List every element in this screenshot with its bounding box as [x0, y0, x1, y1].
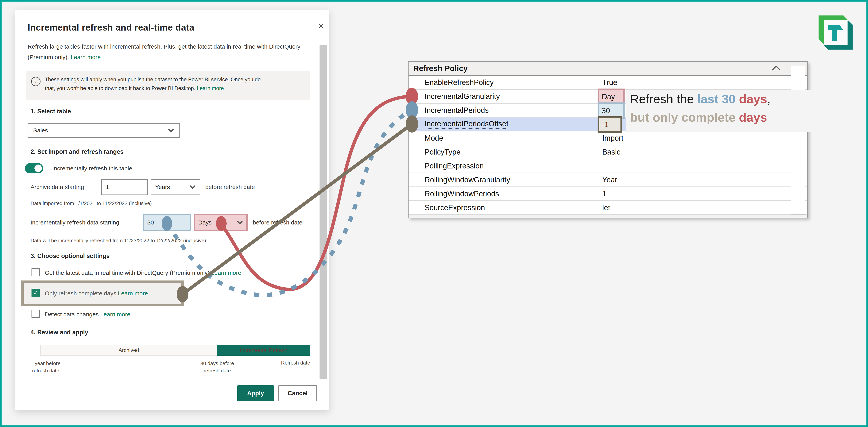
- table-row[interactable]: PollingExpression: [409, 159, 807, 173]
- table-row[interactable]: ModeImport: [409, 132, 807, 145]
- screenshot-canvas: Incremental refresh and real-time data ✕…: [0, 0, 868, 427]
- table-select-dropdown[interactable]: Sales: [28, 123, 180, 138]
- chevron-down-icon: [237, 221, 243, 224]
- chevron-down-icon: [168, 129, 174, 132]
- description-text: Refresh large tables faster with increme…: [28, 43, 300, 60]
- refresh-note: Data will be incrementally refreshed fro…: [31, 237, 206, 244]
- directquery-learn-more-link[interactable]: Learn more: [211, 269, 241, 276]
- publish-info-banner: i These settings will apply when you pub…: [26, 71, 310, 100]
- table-row[interactable]: RollingWindowGranularityYear: [409, 173, 807, 187]
- complete-days-checkbox[interactable]: ✓: [31, 289, 40, 297]
- import-note: Data imported from 1/1/2021 to 11/22/202…: [31, 200, 152, 206]
- incrementally-refresh-toggle[interactable]: [25, 163, 43, 173]
- refresh-policy-property-grid: Refresh Policy EnableRefreshPolicyTrue I…: [408, 61, 808, 218]
- callout-annotation: Refresh the last 30 days, but only compl…: [626, 90, 813, 133]
- apply-button[interactable]: Apply: [237, 385, 274, 401]
- archive-suffix: before refresh date: [205, 184, 255, 190]
- table-row[interactable]: PolicyTypeBasic: [409, 145, 807, 159]
- chevron-down-icon: [190, 185, 195, 189]
- detect-changes-learn-more-link[interactable]: Learn more: [100, 311, 130, 317]
- incremental-unit-dropdown[interactable]: Days: [194, 214, 248, 231]
- review-bar-incremental: Incremental Refresh: [217, 345, 310, 356]
- table-row[interactable]: EnableRefreshPolicyTrue: [409, 76, 807, 90]
- review-bar-archived: Archived: [40, 345, 217, 356]
- description-learn-more-link[interactable]: Learn more: [71, 54, 100, 60]
- archive-unit-dropdown[interactable]: Years: [151, 179, 200, 195]
- offset-value-highlight: -1: [597, 116, 622, 133]
- archive-value-input[interactable]: 1: [101, 179, 148, 195]
- incremental-refresh-dialog: Incremental refresh and real-time data ✕…: [15, 10, 329, 410]
- property-grid-header[interactable]: Refresh Policy: [409, 62, 807, 76]
- review-label-right: Refresh date: [267, 360, 310, 366]
- complete-days-label: Only refresh complete days Learn more: [45, 290, 148, 297]
- section-optional-settings: 3. Choose optional settings: [31, 253, 110, 259]
- incremental-suffix: before refresh date: [253, 219, 303, 226]
- info-icon: i: [31, 77, 40, 86]
- toggle-label: Incrementally refresh this table: [52, 165, 132, 172]
- incremental-value-input[interactable]: 30: [143, 214, 191, 231]
- check-icon: ✓: [33, 289, 38, 296]
- dialog-scrollbar[interactable]: [319, 45, 328, 379]
- directquery-label: Get the latest data in real time with Di…: [45, 269, 241, 276]
- annotation-line-1: Refresh the last 30 days,: [630, 90, 813, 108]
- tabular-editor-logo: [809, 8, 861, 60]
- collapse-chevron-icon[interactable]: [772, 66, 781, 71]
- cancel-button[interactable]: Cancel: [278, 385, 317, 401]
- table-select-value: Sales: [33, 127, 48, 134]
- incremental-label: Incrementally refresh data starting: [31, 219, 119, 226]
- toggle-knob: [34, 165, 42, 172]
- archive-label: Archive data starting: [31, 184, 84, 190]
- grid-bottom-strip: [409, 215, 807, 218]
- property-grid-title: Refresh Policy: [413, 64, 468, 73]
- dialog-description: Refresh large tables faster with increme…: [28, 41, 304, 62]
- section-import-ranges: 2. Set import and refresh ranges: [31, 148, 123, 155]
- detect-changes-checkbox[interactable]: [31, 310, 40, 318]
- info-banner-text: These settings will apply when you publi…: [45, 75, 301, 93]
- review-label-mid: 30 days beforerefresh date: [192, 360, 243, 374]
- complete-days-learn-more-link[interactable]: Learn more: [118, 290, 148, 296]
- close-icon[interactable]: ✕: [315, 20, 327, 32]
- section-review-apply: 4. Review and apply: [31, 329, 88, 336]
- directquery-checkbox[interactable]: [31, 268, 40, 276]
- section-select-table: 1. Select table: [31, 108, 71, 115]
- annotation-line-2: but only complete days: [630, 108, 813, 126]
- info-learn-more-link[interactable]: Learn more: [197, 85, 224, 91]
- review-label-left: 1 year beforerefresh date: [31, 360, 60, 374]
- dialog-title: Incremental refresh and real-time data: [28, 22, 194, 33]
- table-row[interactable]: RollingWindowPeriods1: [409, 187, 807, 201]
- grid-scrollbar[interactable]: [791, 66, 805, 215]
- detect-changes-label: Detect data changes Learn more: [45, 311, 130, 318]
- table-row[interactable]: SourceExpressionlet: [409, 201, 807, 215]
